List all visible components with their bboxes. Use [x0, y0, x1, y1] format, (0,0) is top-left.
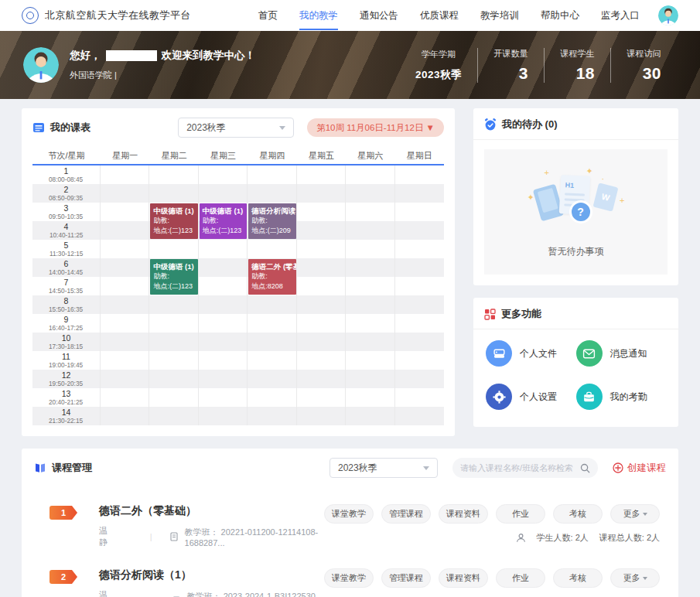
class-location: 地点:8208	[251, 281, 292, 292]
question-graphic: ?	[569, 200, 592, 223]
course-action-button[interactable]: 作业	[496, 504, 545, 524]
course-action-more[interactable]: 更多	[610, 568, 660, 588]
timetable-cell	[101, 295, 149, 314]
period-time: 19:50-20:35	[49, 380, 83, 387]
timetable-cell	[346, 240, 394, 258]
user-avatar[interactable]	[658, 5, 678, 26]
class-assistant: 助教:	[153, 216, 194, 226]
timetable-cell	[395, 295, 444, 314]
timetable-cell	[248, 184, 296, 203]
banner-stat: 开课数量3	[477, 48, 544, 83]
more-function-case[interactable]: 我的考勤	[576, 384, 667, 410]
timetable-cell	[101, 351, 149, 370]
class-block[interactable]: 中级德语 (1)助教:地点:(二)123	[200, 203, 247, 239]
nav-item[interactable]: 通知公告	[360, 6, 398, 26]
course-action-button[interactable]: 作业	[496, 568, 545, 588]
course-action-more[interactable]: 更多	[610, 504, 660, 524]
course-action-button[interactable]: 考核	[553, 568, 603, 588]
timetable-period-label: 916:40-17:25	[32, 314, 101, 333]
case-icon	[576, 384, 603, 410]
class-location: 地点:(二)123	[153, 281, 194, 292]
timetable-cell	[395, 221, 444, 240]
timetable-cell	[297, 258, 346, 277]
todo-empty-state: ✦ + ✦ + · H1 W ? 暂无待办事项	[484, 149, 668, 275]
timetable-cell	[101, 203, 149, 221]
nav-item[interactable]: 帮助中心	[541, 6, 579, 26]
schedule-card: 我的课表 2023秋季 第10周 11月06日-11月12日 ▼ 节次/星期星期…	[22, 108, 455, 436]
timetable-cell	[248, 370, 296, 388]
chevron-down-icon	[423, 466, 429, 470]
timetable-cell	[149, 407, 198, 425]
stat-value: 2023秋季	[415, 68, 462, 82]
timetable-cell	[101, 184, 149, 203]
timetable-cell	[101, 240, 149, 258]
more-function-gear[interactable]: 个人设置	[486, 384, 576, 410]
course-action-button[interactable]: 考核	[553, 504, 603, 524]
timetable-cell	[346, 203, 394, 221]
class-location: 地点:(二)209	[251, 226, 292, 236]
search-icon[interactable]	[580, 463, 590, 473]
class-assistant: 助教:	[251, 216, 292, 226]
nav-item[interactable]: 教学培训	[480, 6, 519, 26]
timetable-cell	[149, 333, 198, 351]
class-block[interactable]: 中级德语 (1)助教:地点:(二)123	[150, 259, 197, 295]
timetable-cell	[395, 184, 444, 203]
class-block[interactable]: 中级德语 (1)助教:地点:(二)123	[150, 203, 197, 239]
todo-card: 我的待办 (0) ✦ + ✦ + · H1 W ? 暂无待办事项	[473, 108, 678, 285]
course-action-button[interactable]: 课程资料	[439, 568, 488, 588]
schedule-term-select[interactable]: 2023秋季	[178, 118, 294, 138]
week-selector-button[interactable]: 第10周 11月06日-11月12日 ▼	[307, 118, 444, 137]
timetable-period-label: 1219:50-20:35	[32, 370, 101, 388]
period-number: 13	[62, 389, 71, 398]
timetable-cell	[395, 203, 444, 221]
timetable-cell	[297, 295, 346, 314]
nav-item[interactable]: 首页	[258, 6, 278, 26]
department-divider: |	[114, 70, 117, 80]
timetable-cell	[248, 295, 296, 314]
nav-item[interactable]: 我的教学	[299, 6, 338, 26]
course-student-count: 学生人数: 2人	[537, 532, 589, 544]
course-title[interactable]: 德语分析阅读（1）	[99, 568, 324, 582]
period-time: 19:00-19:45	[49, 361, 83, 369]
course-action-button[interactable]: 管理课程	[381, 504, 431, 524]
period-time: 15:50-16:35	[49, 305, 83, 313]
timetable-cell	[101, 165, 149, 184]
course-term-select[interactable]: 2023秋季	[330, 458, 438, 478]
more-functions-card: 更多功能 个人文件消息通知个人设置我的考勤	[473, 298, 678, 427]
timetable-cell	[395, 240, 444, 258]
timetable-cell	[297, 333, 346, 351]
timetable-cell	[297, 240, 346, 258]
timetable-cell	[346, 165, 394, 184]
timetable-cell	[346, 407, 394, 425]
course-info: 德语分析阅读（1）温静|教学班： 2023-2024-1-B3I122530-0…	[99, 568, 324, 597]
class-block[interactable]: 德语二外 (零基础)助教:地点:8208	[248, 259, 295, 295]
period-number: 7	[64, 278, 69, 287]
course-index-badge: 2	[50, 570, 77, 584]
course-search-input[interactable]	[460, 463, 580, 472]
create-course-button[interactable]: 创建课程	[613, 462, 666, 475]
nav-item[interactable]: 监考入口	[601, 6, 640, 26]
course-action-button[interactable]: 管理课程	[381, 568, 431, 588]
course-index-badge: 1	[50, 506, 77, 520]
book-icon	[34, 462, 46, 474]
timetable-cell	[248, 314, 296, 333]
timetable-cell	[101, 314, 149, 333]
more-function-label: 个人设置	[520, 391, 557, 404]
timetable: 节次/星期星期一星期二星期三星期四星期五星期六星期日108:00-08:4520…	[32, 147, 444, 425]
timetable-cell	[297, 184, 346, 203]
course-search	[452, 458, 598, 478]
course-actions-area: 课堂教学管理课程课程资料作业考核更多学生人数: 2人课程总人数: 2人	[324, 504, 660, 548]
more-function-mail[interactable]: 消息通知	[576, 340, 667, 367]
course-action-button[interactable]: 课堂教学	[324, 568, 374, 588]
course-action-button[interactable]: 课堂教学	[324, 504, 374, 524]
nav-item[interactable]: 优质课程	[420, 6, 459, 26]
course-info: 德语二外（零基础）温静|教学班： 20221-011200-12114108-1…	[99, 504, 324, 548]
class-block[interactable]: 德语分析阅读 (1)助教:地点:(二)209	[248, 203, 295, 239]
course-action-button[interactable]: 课程资料	[439, 504, 488, 524]
timetable-cell	[346, 184, 394, 203]
period-time: 21:30-22:15	[49, 417, 83, 425]
timetable-column-header: 星期五	[297, 147, 346, 165]
course-title[interactable]: 德语二外（零基础）	[99, 504, 324, 518]
banner-stat: 学年学期2023秋季	[400, 49, 477, 82]
more-function-drive[interactable]: 个人文件	[486, 340, 576, 367]
